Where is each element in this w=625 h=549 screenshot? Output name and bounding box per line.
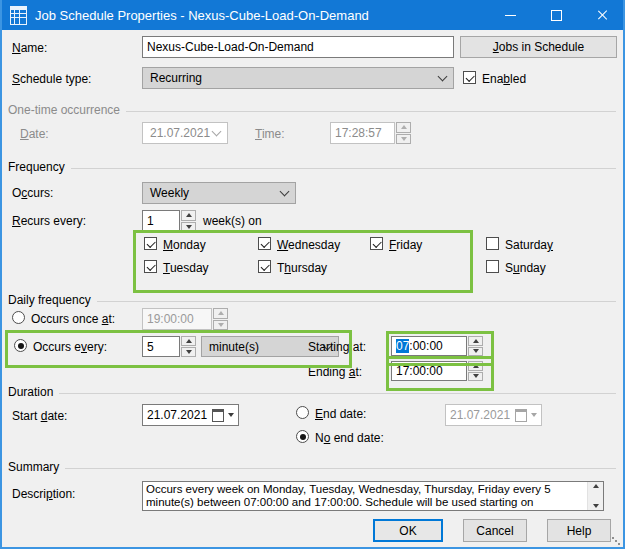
description-scrollbar[interactable] <box>587 482 603 510</box>
starting-at-rest: :00:00 <box>409 339 442 353</box>
occurs-once-radio[interactable] <box>12 311 25 324</box>
thursday-checkbox[interactable] <box>258 260 271 273</box>
one-time-occurrence-group-header: One-time occurrence <box>8 103 616 117</box>
enabled-checkbox[interactable] <box>463 71 476 84</box>
spin-down-button[interactable] <box>181 222 196 233</box>
spin-down-button <box>396 134 411 145</box>
spin-down-button[interactable] <box>468 372 483 382</box>
occurs-every-value[interactable]: 5 <box>142 336 180 357</box>
saturday-checkbox[interactable] <box>486 237 499 250</box>
help-button[interactable]: Help <box>547 519 611 542</box>
monday-checkbox[interactable] <box>144 237 157 250</box>
group-divider <box>65 468 616 469</box>
recurs-every-value[interactable]: 1 <box>142 210 180 232</box>
chevron-down-icon <box>212 127 222 137</box>
schedule-type-dropdown[interactable]: Recurring <box>142 67 454 89</box>
spin-up-button[interactable] <box>181 336 196 346</box>
spin-down-button[interactable] <box>468 347 483 357</box>
occurs-once-label[interactable]: Occurs once at: <box>31 312 115 326</box>
recurs-every-label: Recurs every: <box>12 214 86 228</box>
jobs-in-schedule-button[interactable]: Jobs in Schedule <box>460 36 617 58</box>
spinner-buttons <box>468 361 483 381</box>
ok-button[interactable]: OK <box>373 519 443 542</box>
tuesday-label[interactable]: Tuesday <box>163 261 209 275</box>
spin-down-button <box>213 320 228 331</box>
ending-at-value[interactable]: 17:00:00 <box>391 361 467 381</box>
spin-up-button[interactable] <box>181 210 196 221</box>
minimize-button[interactable] <box>487 0 533 30</box>
spinner-buttons <box>181 210 196 232</box>
sunday-label[interactable]: Sunday <box>505 261 546 275</box>
spin-up-button[interactable] <box>468 336 483 346</box>
arrow-down-icon <box>473 374 479 378</box>
wednesday-label[interactable]: Wednesday <box>277 238 340 252</box>
friday-checkbox[interactable] <box>370 237 383 250</box>
description-textarea[interactable]: Occurs every week on Monday, Tuesday, We… <box>142 481 604 511</box>
arrow-down-icon <box>473 349 479 353</box>
sunday-checkbox[interactable] <box>486 260 499 273</box>
saturday-label[interactable]: Saturday <box>505 238 553 252</box>
close-icon <box>596 9 608 21</box>
friday-label[interactable]: Friday <box>389 238 422 252</box>
occurs-every-radio[interactable] <box>14 339 27 352</box>
spin-up-button[interactable] <box>468 361 483 371</box>
spinner-buttons <box>468 336 483 356</box>
summary-group-header: Summary <box>8 460 616 474</box>
occurs-once-time-value: 19:00:00 <box>142 308 212 330</box>
wednesday-checkbox[interactable] <box>258 237 271 250</box>
time-label: Time: <box>255 127 285 141</box>
thursday-label[interactable]: Thursday <box>277 261 327 275</box>
one-time-date-value: 21.07.2021 <box>150 126 210 140</box>
name-value: Nexus-Cube-Load-On-Demand <box>147 40 314 54</box>
one-time-time-value: 17:28:57 <box>330 122 395 144</box>
occurs-every-label[interactable]: Occurs every: <box>33 340 107 354</box>
occurs-every-value-spinner: 5 <box>142 336 196 357</box>
maximize-button[interactable] <box>533 0 579 30</box>
no-end-date-radio[interactable] <box>296 430 309 443</box>
end-date-label[interactable]: End date: <box>315 407 366 421</box>
no-end-date-label[interactable]: No end date: <box>315 431 384 445</box>
frequency-group-header: Frequency <box>8 160 616 174</box>
end-date-picker: 21.07.2021 <box>445 404 542 426</box>
selected-hours: 07 <box>396 339 409 353</box>
group-divider <box>59 393 616 394</box>
scroll-up-icon[interactable] <box>593 484 599 488</box>
resize-grip[interactable] <box>612 537 620 545</box>
summary-title: Summary <box>8 460 59 474</box>
start-date-picker[interactable]: 21.07.2021 <box>142 404 239 426</box>
occurs-every-unit-value: minute(s) <box>209 340 259 354</box>
frequency-title: Frequency <box>8 160 65 174</box>
end-date-value: 21.07.2021 <box>450 408 515 422</box>
window-title: Job Schedule Properties - Nexus-Cube-Loa… <box>35 8 369 23</box>
tuesday-checkbox[interactable] <box>144 260 157 273</box>
recurs-every-spinner: 1 <box>142 210 196 232</box>
scroll-down-icon[interactable] <box>593 504 599 508</box>
group-divider <box>71 168 616 169</box>
one-time-date-dropdown: 21.07.2021 <box>142 122 228 144</box>
end-date-radio[interactable] <box>296 406 309 419</box>
monday-label[interactable]: Monday <box>163 238 206 252</box>
arrow-up-icon <box>473 339 479 343</box>
arrow-down-icon <box>218 323 224 327</box>
spinner-buttons <box>181 336 196 357</box>
starting-at-value[interactable]: 07:00:00 <box>391 336 467 356</box>
description-text: Occurs every week on Monday, Tuesday, We… <box>143 482 587 510</box>
enabled-label[interactable]: Enabled <box>482 72 526 86</box>
arrow-down-icon <box>401 137 407 141</box>
name-input[interactable]: Nexus-Cube-Load-On-Demand <box>142 36 454 58</box>
spin-down-button[interactable] <box>181 347 196 357</box>
cancel-button[interactable]: Cancel <box>463 519 527 542</box>
arrow-up-icon <box>186 339 192 343</box>
start-date-value: 21.07.2021 <box>147 408 212 422</box>
occurs-dropdown[interactable]: Weekly <box>142 182 296 204</box>
weeks-on-label: week(s) on <box>203 214 262 228</box>
calendar-icon <box>515 409 527 422</box>
daily-frequency-group-header: Daily frequency <box>8 293 616 307</box>
group-divider <box>126 111 616 112</box>
close-button[interactable] <box>579 0 625 30</box>
calendar-icon <box>212 409 224 422</box>
one-time-time-spinner: 17:28:57 <box>330 122 411 144</box>
arrow-down-icon <box>228 413 234 417</box>
chevron-down-icon <box>438 72 448 82</box>
schedule-type-label: Schedule type: <box>12 72 91 86</box>
